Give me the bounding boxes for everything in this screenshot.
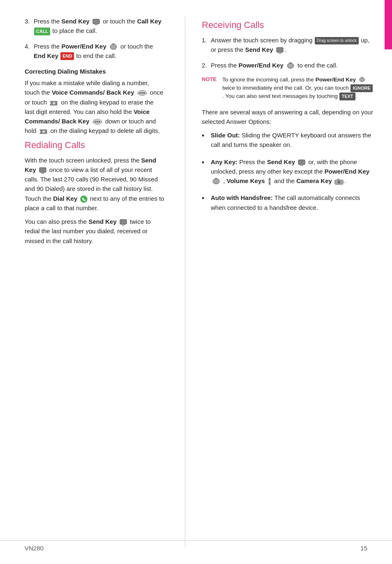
svg-rect-13: [277, 48, 283, 52]
text-badge: TEXT: [339, 93, 355, 100]
send-key-icon-any: [297, 159, 306, 165]
item-4-text: Press the Power/End Key or touch the End…: [34, 42, 164, 61]
svg-point-4: [141, 92, 143, 94]
voice-key-icon-1: [137, 89, 148, 97]
svg-rect-16: [298, 160, 305, 164]
correcting-heading: Correcting Dialing Mistakes: [25, 68, 164, 75]
page-number: 15: [360, 545, 367, 552]
call-key-badge: CALL: [34, 28, 50, 35]
voice-key-icon-2: [92, 118, 103, 125]
svg-point-3: [139, 92, 141, 94]
svg-rect-0: [93, 19, 99, 24]
send-key-icon-redial-2: [119, 218, 127, 225]
item-3-text: Press the Send Key or touch the Call Key…: [34, 16, 164, 36]
send-key-icon: [92, 18, 100, 25]
footer: VN280 15: [0, 540, 392, 552]
bullet-handsfree-text: Auto with Handsfree: The call automatica…: [211, 193, 374, 212]
call-key-label: Call Key: [137, 18, 161, 25]
receiving-calls-heading: Receiving Calls: [202, 20, 374, 30]
backspace-icon-2: [39, 128, 48, 135]
item-number-3: 3.: [25, 16, 34, 36]
power-end-key-label-4: Power/End Key: [62, 43, 106, 50]
svg-rect-12: [120, 220, 127, 224]
send-key-icon-redial-1: [39, 167, 47, 173]
redialing-para-1: With the touch screen unlocked, press th…: [25, 156, 164, 213]
receiving-item-1: 1. Answer the touch screen by dragging D…: [202, 35, 374, 55]
svg-point-22: [338, 181, 339, 183]
left-column: 3. Press the Send Key or touch the Call …: [25, 16, 177, 548]
list-item-3: 3. Press the Send Key or touch the Call …: [25, 16, 164, 36]
receiving-item-2: 2. Press the Power/End Key to end the ca…: [202, 60, 374, 70]
ignore-badge: IGNORE: [350, 84, 372, 92]
svg-point-15: [359, 78, 364, 82]
svg-point-14: [287, 63, 294, 68]
svg-point-9: [99, 121, 100, 123]
note-content: To ignore the incoming call, press the P…: [222, 76, 374, 101]
column-divider: [185, 16, 185, 548]
receiving-item-number-1: 1.: [202, 35, 211, 55]
list-item-4: 4. Press the Power/End Key or touch the …: [25, 42, 164, 61]
redialing-para-2: You can also press the Send Key twice to…: [25, 217, 164, 246]
model-name: VN280: [25, 545, 44, 552]
svg-point-11: [80, 195, 87, 202]
send-key-label: Send Key: [62, 18, 90, 25]
correcting-para-1: If you make a mistake while dialing a nu…: [25, 78, 164, 136]
bullet-any-key: • Any Key: Press the Send Key or, with t…: [202, 157, 374, 186]
bullet-dot-3: •: [202, 193, 211, 212]
receiving-item-number-2: 2.: [202, 60, 211, 70]
power-key-icon-note: [358, 77, 366, 82]
redialing-heading: Redialing Calls: [25, 140, 164, 151]
answer-options-para: There are several ways of answering a ca…: [202, 107, 374, 127]
svg-point-5: [143, 92, 145, 94]
svg-point-7: [95, 121, 96, 123]
note-label: NOTE: [202, 76, 219, 101]
bullet-dot-2: •: [202, 157, 211, 186]
receiving-item-1-text: Answer the touch screen by dragging Drag…: [211, 35, 374, 55]
dial-key-icon: [80, 195, 88, 203]
svg-rect-10: [39, 167, 46, 172]
svg-rect-23: [337, 179, 339, 180]
page: 3. Press the Send Key or touch the Call …: [0, 0, 392, 564]
power-key-icon-receive: [286, 62, 295, 69]
bullet-slide-out-text: Slide Out: Sliding the QWERTY keyboard o…: [211, 130, 374, 150]
end-key-label: End Key: [34, 52, 58, 59]
item-number-4: 4.: [25, 42, 34, 61]
drag-screen-badge: Drag screen to unlock: [315, 37, 359, 44]
camera-icon: [334, 178, 344, 185]
pink-tab: [385, 0, 392, 49]
backspace-icon-1: [49, 100, 58, 106]
send-key-icon-receive: [276, 46, 284, 53]
bullet-slide-out: • Slide Out: Sliding the QWERTY keyboard…: [202, 130, 374, 150]
svg-point-8: [97, 121, 98, 123]
receiving-item-2-text: Press the Power/End Key to end the call.: [211, 60, 338, 70]
svg-point-17: [213, 179, 219, 184]
right-column: Receiving Calls 1. Answer the touch scre…: [194, 16, 374, 548]
end-key-badge: END: [60, 52, 74, 60]
note-block: NOTE To ignore the incoming call, press …: [202, 76, 374, 101]
power-end-key-icon-4: [109, 43, 118, 50]
volume-icon: [267, 178, 272, 185]
bullet-handsfree: • Auto with Handsfree: The call automati…: [202, 193, 374, 212]
power-key-icon-any: [212, 177, 221, 185]
svg-rect-19: [269, 181, 270, 183]
bullet-dot-1: •: [202, 130, 211, 150]
bullet-any-key-text: Any Key: Press the Send Key or, with the…: [211, 157, 374, 186]
svg-point-1: [110, 44, 117, 49]
